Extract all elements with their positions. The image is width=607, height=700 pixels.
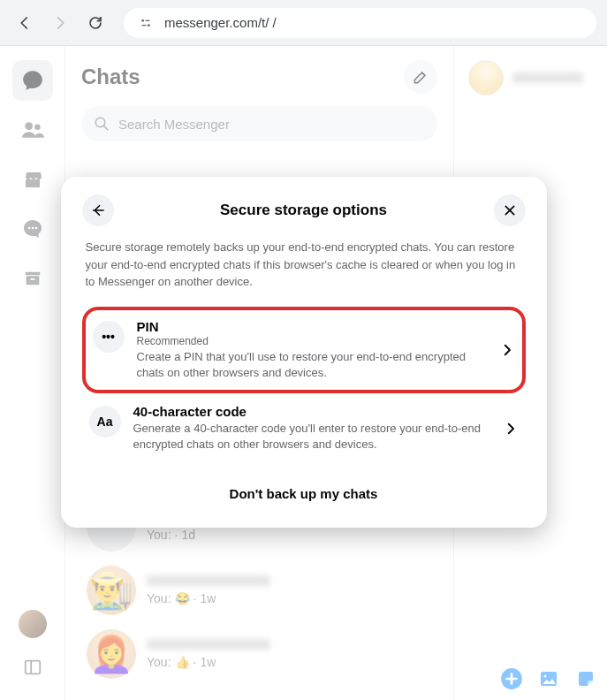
svg-rect-3 — [141, 25, 146, 26]
option-pin-desc: Create a PIN that you'll use to restore … — [137, 349, 487, 381]
option-code[interactable]: Aa 40-character code Generate a 40-chara… — [82, 393, 526, 463]
nav-back-button[interactable] — [11, 9, 39, 37]
svg-rect-1 — [145, 19, 149, 20]
option-code-desc: Generate a 40-character code you'll ente… — [133, 421, 490, 453]
svg-point-0 — [141, 19, 144, 22]
option-code-title: 40-character code — [133, 404, 490, 419]
modal-close-button[interactable] — [494, 194, 526, 226]
modal-description: Secure storage remotely backs up your en… — [82, 239, 526, 291]
pin-icon: ••• — [93, 321, 125, 353]
modal-title: Secure storage options — [220, 202, 387, 219]
no-backup-button[interactable]: Don't back up my chats — [82, 479, 526, 508]
address-bar[interactable]: messenger.com/t/ / — [124, 8, 596, 38]
chevron-right-icon — [499, 342, 515, 358]
option-pin[interactable]: ••• PIN Recommended Create a PIN that yo… — [82, 307, 526, 393]
code-icon: Aa — [89, 406, 121, 438]
nav-forward-button[interactable] — [46, 9, 74, 37]
chevron-right-icon — [503, 421, 519, 437]
modal-back-button[interactable] — [82, 194, 114, 226]
nav-reload-button[interactable] — [81, 9, 110, 37]
browser-toolbar: messenger.com/t/ / — [0, 0, 607, 46]
url-text: messenger.com/t/ / — [164, 15, 277, 30]
option-pin-title: PIN — [137, 319, 487, 334]
option-pin-subtitle: Recommended — [137, 335, 487, 347]
svg-point-2 — [148, 24, 150, 27]
site-settings-icon — [136, 13, 156, 33]
secure-storage-modal: Secure storage options Secure storage re… — [61, 177, 547, 528]
